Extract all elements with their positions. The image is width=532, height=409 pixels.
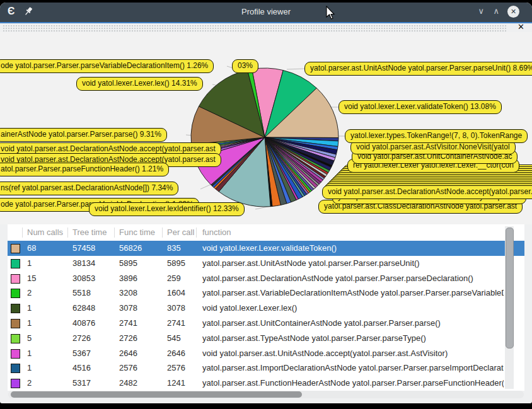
pie-callout-label: yatol.parser.ast.UnitAstNode yatol.parse… bbox=[304, 62, 532, 76]
function-cell: yatol.parser.ast.TypeAstNode yatol.parse… bbox=[202, 333, 504, 343]
func-time-cell: 5895 bbox=[119, 258, 137, 268]
minimize-button[interactable]: ∨ bbox=[478, 6, 484, 16]
tree-time-cell: 4516 bbox=[72, 363, 91, 372]
pie-callout-label: void yatol.lexer.Lexer.lex() 14.31% bbox=[76, 77, 203, 91]
header-separator bbox=[114, 228, 115, 238]
per-call-cell: 2741 bbox=[167, 318, 185, 328]
function-cell: void yatol.lexer.Lexer.validateToken() bbox=[202, 243, 504, 253]
num-calls-cell: 1 bbox=[27, 349, 32, 358]
num-calls-cell: 1 bbox=[27, 318, 32, 328]
profile-table: Num callsTree timeFunc timePer callfunct… bbox=[8, 224, 524, 391]
pie-callout-label: ode yatol.parser.Parser.parseVariableDec… bbox=[0, 59, 214, 73]
pie-callout-label: ainerAstNode yatol.parser.Parser.parse()… bbox=[0, 128, 167, 142]
pie-callout-label: void yatol.lexer.Lexer.validateToken() 1… bbox=[338, 100, 502, 114]
callout-leader-line bbox=[200, 184, 212, 189]
func-time-cell: 2741 bbox=[119, 318, 137, 328]
function-cell: yatol.parser.ast.VariableDeclarationItem… bbox=[202, 288, 504, 297]
horizontal-scrollbar-thumb[interactable] bbox=[11, 391, 302, 398]
table-row[interactable]: 14087627412741yatol.parser.ast.UnitConta… bbox=[8, 316, 524, 331]
tree-time-cell: 62848 bbox=[72, 303, 95, 313]
table-row[interactable]: 2531724821241yatol.parser.ast.FunctionHe… bbox=[8, 376, 524, 391]
tree-time-cell: 5317 bbox=[72, 378, 91, 388]
table-row[interactable]: 13813458955895yatol.parser.ast.UnitAstNo… bbox=[8, 256, 524, 271]
vertical-scrollbar-thumb[interactable] bbox=[506, 228, 514, 349]
column-header[interactable]: Num calls bbox=[27, 228, 63, 237]
header-separator bbox=[196, 228, 197, 238]
table-row[interactable]: 685745856826835void yatol.lexer.Lexer.va… bbox=[8, 241, 524, 256]
num-calls-cell: 2 bbox=[27, 378, 32, 388]
func-time-cell: 56826 bbox=[119, 243, 142, 253]
num-calls-cell: 1 bbox=[27, 363, 32, 372]
function-color-swatch bbox=[11, 289, 20, 298]
table-row[interactable]: 527262726545yatol.parser.ast.TypeAstNode… bbox=[8, 331, 524, 346]
table-row[interactable]: 15308533896259yatol.parser.ast.Declarati… bbox=[8, 271, 524, 286]
pie-callout-label: yatol.lexer.types.TokenRange!(7, 8, 0).T… bbox=[345, 129, 528, 143]
num-calls-cell: 5 bbox=[27, 333, 32, 343]
dock-close-icon[interactable]: ✕ bbox=[518, 22, 524, 32]
function-color-swatch bbox=[11, 349, 20, 359]
pie-callout-label: ns(ref yatol.parser.ast.DeclarationAstNo… bbox=[0, 181, 178, 195]
func-time-cell: 2646 bbox=[119, 349, 137, 358]
num-calls-cell: 1 bbox=[27, 258, 32, 268]
function-cell: yatol.parser.ast.UnitContainerAstNode ya… bbox=[202, 318, 504, 328]
screen: Є Profile viewer ∨ ∧ ✕ ✕ bbox=[0, 0, 532, 409]
function-cell: yatol.parser.ast.FunctionHeaderAstNode y… bbox=[202, 378, 504, 388]
tree-time-cell: 40876 bbox=[72, 318, 95, 328]
header-separator bbox=[22, 228, 23, 238]
column-header[interactable]: Func time bbox=[119, 228, 155, 237]
per-call-cell: 545 bbox=[167, 333, 181, 343]
func-time-cell: 3208 bbox=[119, 288, 137, 297]
titlebar-accent-line bbox=[0, 22, 532, 23]
per-call-cell: 1604 bbox=[167, 288, 185, 297]
function-color-swatch bbox=[11, 334, 20, 343]
per-call-cell: 2576 bbox=[167, 363, 185, 372]
pie-callout-label: void yatol.lexer.Lexer.lexIdentifier() 1… bbox=[89, 202, 245, 216]
function-color-swatch bbox=[11, 319, 20, 328]
per-call-cell: 835 bbox=[167, 243, 181, 253]
column-header[interactable]: function bbox=[202, 228, 231, 237]
mouse-cursor bbox=[326, 6, 336, 20]
num-calls-cell: 68 bbox=[27, 243, 36, 253]
func-time-cell: 3078 bbox=[119, 303, 137, 313]
num-calls-cell: 1 bbox=[27, 303, 32, 313]
pie-callout-label: void yatol.parser.ast.DeclarationAstNode… bbox=[322, 185, 532, 199]
maximize-button[interactable]: ∧ bbox=[493, 6, 499, 16]
tree-time-cell: 57458 bbox=[72, 243, 95, 253]
column-header[interactable]: Per call bbox=[167, 228, 194, 237]
table-row[interactable]: 1536726462646void yatol.parser.ast.UnitA… bbox=[8, 346, 524, 361]
per-call-cell: 5895 bbox=[167, 258, 185, 268]
tree-time-cell: 5518 bbox=[72, 288, 91, 297]
pie-callout-label: atol.parser.Parser.parseFunctionHeader()… bbox=[0, 163, 169, 176]
num-calls-cell: 2 bbox=[27, 288, 32, 297]
tree-time-cell: 38134 bbox=[72, 258, 95, 268]
header-separator bbox=[162, 228, 163, 238]
tree-time-cell: 5367 bbox=[72, 349, 91, 358]
dock-grip-handle[interactable] bbox=[3, 25, 507, 32]
function-cell: yatol.parser.ast.UnitAstNode yatol.parse… bbox=[202, 258, 504, 268]
function-cell: yatol.parser.ast.DeclarationAstNode yato… bbox=[202, 274, 504, 283]
num-calls-cell: 15 bbox=[27, 274, 36, 283]
column-header[interactable]: Tree time bbox=[72, 228, 107, 237]
per-call-cell: 2646 bbox=[167, 349, 185, 358]
per-call-cell: 3078 bbox=[167, 303, 185, 313]
header-separator bbox=[67, 228, 68, 238]
per-call-cell: 259 bbox=[167, 274, 181, 283]
close-button[interactable]: ✕ bbox=[507, 6, 519, 18]
func-time-cell: 2482 bbox=[119, 378, 137, 388]
function-color-swatch bbox=[11, 259, 20, 268]
function-cell: void yatol.lexer.Lexer.lex() bbox=[202, 303, 504, 313]
function-color-swatch bbox=[11, 379, 20, 388]
function-color-swatch bbox=[11, 364, 20, 373]
table-row[interactable]: 2551832081604yatol.parser.ast.VariableDe… bbox=[8, 285, 524, 301]
table-row[interactable]: 1451625762576yatol.parser.ast.ImportDecl… bbox=[8, 360, 524, 376]
tree-time-cell: 2726 bbox=[72, 333, 91, 343]
profile-viewer-window: Є Profile viewer ∨ ∧ ✕ ✕ bbox=[0, 3, 532, 403]
function-color-swatch bbox=[11, 274, 20, 284]
table-row[interactable]: 16284830783078void yatol.lexer.Lexer.lex… bbox=[8, 301, 524, 316]
pie-callout-label: 03% bbox=[232, 59, 258, 73]
callout-leader-line bbox=[287, 69, 304, 69]
window-title: Profile viewer bbox=[0, 7, 532, 16]
per-call-cell: 1241 bbox=[167, 378, 185, 388]
tree-time-cell: 30853 bbox=[72, 274, 95, 283]
func-time-cell: 3896 bbox=[119, 274, 137, 283]
